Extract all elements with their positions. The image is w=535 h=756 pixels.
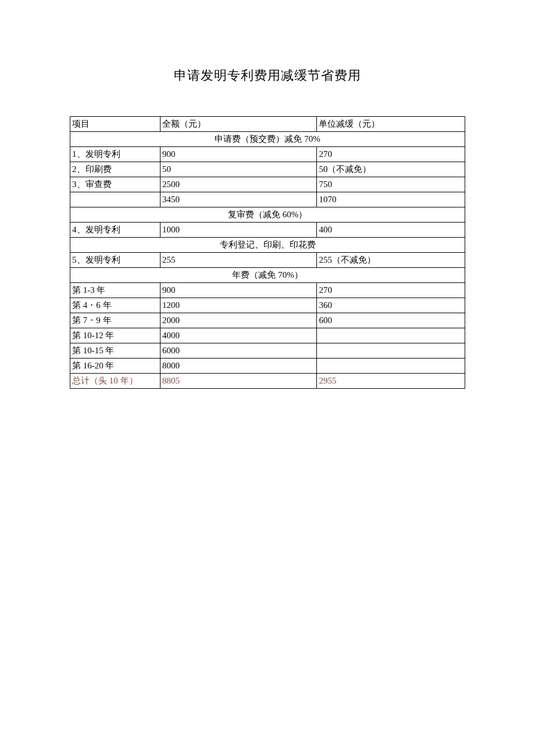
cell-full: 4000 <box>160 328 316 343</box>
table-row: 第 1-3 年 900 270 <box>70 283 465 298</box>
cell-reduced: 400 <box>317 223 465 238</box>
cell-item: 第 10-15 年 <box>70 343 160 359</box>
cell-item: 5、发明专利 <box>70 253 160 268</box>
cell-full: 6000 <box>160 343 316 359</box>
cell-full: 3450 <box>160 192 316 207</box>
section-header: 年费（减免 70%） <box>70 268 465 283</box>
cell-item: 第 1-3 年 <box>70 283 160 298</box>
cell-item: 第 10-12 年 <box>70 328 160 343</box>
cell-full: 2000 <box>160 313 316 328</box>
cell-full: 255 <box>160 253 316 268</box>
cell-reduced <box>317 343 465 359</box>
cell-reduced: 600 <box>317 313 465 328</box>
cell-reduced: 255（不减免） <box>317 253 465 268</box>
table-row: 3、审查费 2500 750 <box>70 177 465 192</box>
cell-item: 第 7・9 年 <box>70 313 160 328</box>
cell-item <box>70 192 160 207</box>
section-label: 申请费（预交费）减免 70% <box>70 132 465 147</box>
header-item: 项目 <box>70 117 160 132</box>
table-header-row: 项目 全额（元） 单位减缓（元） <box>70 117 465 132</box>
cell-full: 2500 <box>160 177 316 192</box>
section-label: 专利登记、印刷、印花费 <box>70 238 465 253</box>
cell-item: 4、发明专利 <box>70 223 160 238</box>
cell-reduced: 750 <box>317 177 465 192</box>
section-header: 专利登记、印刷、印花费 <box>70 238 465 253</box>
cell-reduced: 50（不减免） <box>317 162 465 177</box>
section-header: 复审费（减免 60%） <box>70 207 465 223</box>
cell-reduced <box>317 328 465 343</box>
section-header: 申请费（预交费）减免 70% <box>70 132 465 147</box>
table-row: 第 4・6 年 1200 360 <box>70 298 465 313</box>
table-row-total: 总计（头 10 年） 8805 2955 <box>70 374 465 389</box>
cell-item: 总计（头 10 年） <box>70 374 160 389</box>
table-row: 第 10-12 年 4000 <box>70 328 465 343</box>
cell-reduced <box>317 359 465 374</box>
cell-full: 900 <box>160 147 316 162</box>
header-full: 全额（元） <box>160 117 316 132</box>
page-title: 申请发明专利费用减缓节省费用 <box>0 67 535 84</box>
cell-reduced: 270 <box>317 147 465 162</box>
fee-table: 项目 全额（元） 单位减缓（元） 申请费（预交费）减免 70% 1、发明专利 9… <box>70 116 465 389</box>
table-row: 第 7・9 年 2000 600 <box>70 313 465 328</box>
cell-item: 2、印刷费 <box>70 162 160 177</box>
table-row: 4、发明专利 1000 400 <box>70 223 465 238</box>
section-label: 复审费（减免 60%） <box>70 207 465 223</box>
table-row: 第 10-15 年 6000 <box>70 343 465 359</box>
cell-reduced: 1070 <box>317 192 465 207</box>
cell-item: 3、审查费 <box>70 177 160 192</box>
cell-full: 50 <box>160 162 316 177</box>
table-row: 第 16-20 年 8000 <box>70 359 465 374</box>
cell-full: 1000 <box>160 223 316 238</box>
cell-full: 8000 <box>160 359 316 374</box>
cell-item: 第 4・6 年 <box>70 298 160 313</box>
cell-full: 1200 <box>160 298 316 313</box>
cell-item: 第 16-20 年 <box>70 359 160 374</box>
header-reduced: 单位减缓（元） <box>317 117 465 132</box>
cell-full: 8805 <box>160 374 316 389</box>
cell-reduced: 270 <box>317 283 465 298</box>
table-row: 1、发明专利 900 270 <box>70 147 465 162</box>
table-row: 5、发明专利 255 255（不减免） <box>70 253 465 268</box>
cell-item: 1、发明专利 <box>70 147 160 162</box>
table-row: 2、印刷费 50 50（不减免） <box>70 162 465 177</box>
cell-full: 900 <box>160 283 316 298</box>
section-label: 年费（减免 70%） <box>70 268 465 283</box>
table-row: 3450 1070 <box>70 192 465 207</box>
cell-reduced: 360 <box>317 298 465 313</box>
cell-reduced: 2955 <box>317 374 465 389</box>
